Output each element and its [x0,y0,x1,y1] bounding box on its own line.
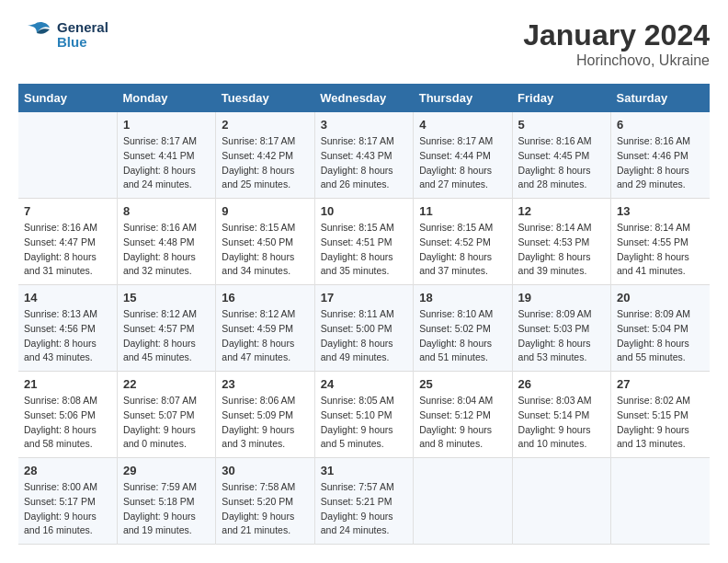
calendar-table: SundayMondayTuesdayWednesdayThursdayFrid… [18,84,710,545]
calendar-cell [512,458,610,545]
day-number: 7 [24,204,111,218]
day-info: Sunrise: 8:12 AMSunset: 4:57 PMDaylight:… [123,307,210,365]
weekday-header: Saturday [611,84,710,112]
weekday-header: Monday [117,84,215,112]
day-number: 16 [222,291,308,304]
calendar-cell: 31Sunrise: 7:57 AMSunset: 5:21 PMDayligh… [314,458,413,545]
day-number: 4 [419,118,506,132]
calendar-week-row: 1Sunrise: 8:17 AMSunset: 4:41 PMDaylight… [18,112,710,199]
day-number: 5 [518,118,605,132]
calendar-cell [18,112,117,199]
calendar-cell: 4Sunrise: 8:17 AMSunset: 4:44 PMDaylight… [414,112,512,199]
day-number: 6 [617,118,704,132]
weekday-header: Tuesday [216,84,314,112]
calendar-cell: 9Sunrise: 8:15 AMSunset: 4:50 PMDaylight… [216,199,314,285]
day-info: Sunrise: 8:12 AMSunset: 4:59 PMDaylight:… [222,307,308,365]
day-info: Sunrise: 8:16 AMSunset: 4:45 PMDaylight:… [518,134,605,192]
day-info: Sunrise: 7:58 AMSunset: 5:20 PMDaylight:… [222,480,308,538]
calendar-cell: 13Sunrise: 8:14 AMSunset: 4:55 PMDayligh… [611,199,710,285]
day-number: 18 [419,291,506,304]
calendar-cell: 28Sunrise: 8:00 AMSunset: 5:17 PMDayligh… [18,458,117,545]
calendar-cell: 16Sunrise: 8:12 AMSunset: 4:59 PMDayligh… [216,285,314,372]
calendar-cell: 21Sunrise: 8:08 AMSunset: 5:06 PMDayligh… [18,372,117,458]
calendar-cell: 22Sunrise: 8:07 AMSunset: 5:07 PMDayligh… [117,372,215,458]
day-number: 2 [222,118,308,132]
day-number: 25 [419,377,506,391]
day-number: 22 [123,377,210,391]
day-info: Sunrise: 8:07 AMSunset: 5:07 PMDaylight:… [123,394,210,452]
logo: General Blue [18,18,108,52]
calendar-cell: 20Sunrise: 8:09 AMSunset: 5:04 PMDayligh… [611,285,710,372]
day-info: Sunrise: 8:17 AMSunset: 4:44 PMDaylight:… [419,134,506,192]
weekday-header-row: SundayMondayTuesdayWednesdayThursdayFrid… [18,84,710,112]
calendar-cell: 17Sunrise: 8:11 AMSunset: 5:00 PMDayligh… [314,285,413,372]
calendar-cell: 29Sunrise: 7:59 AMSunset: 5:18 PMDayligh… [117,458,215,545]
day-info: Sunrise: 8:09 AMSunset: 5:03 PMDaylight:… [518,307,605,365]
day-number: 24 [321,377,407,391]
day-info: Sunrise: 8:16 AMSunset: 4:48 PMDaylight:… [123,221,210,279]
day-info: Sunrise: 8:00 AMSunset: 5:17 PMDaylight:… [24,480,111,538]
logo-general-text: General [57,20,108,36]
calendar-cell: 30Sunrise: 7:58 AMSunset: 5:20 PMDayligh… [216,458,314,545]
calendar-cell: 7Sunrise: 8:16 AMSunset: 4:47 PMDaylight… [18,199,117,285]
calendar-cell: 23Sunrise: 8:06 AMSunset: 5:09 PMDayligh… [216,372,314,458]
day-number: 27 [617,377,704,391]
day-info: Sunrise: 8:10 AMSunset: 5:02 PMDaylight:… [419,307,506,365]
calendar-cell [611,458,710,545]
day-info: Sunrise: 8:04 AMSunset: 5:12 PMDaylight:… [419,394,506,452]
day-info: Sunrise: 8:05 AMSunset: 5:10 PMDaylight:… [321,394,407,452]
day-number: 11 [419,204,506,218]
calendar-cell [414,458,512,545]
weekday-header: Wednesday [314,84,413,112]
weekday-header: Sunday [18,84,117,112]
calendar-week-row: 7Sunrise: 8:16 AMSunset: 4:47 PMDaylight… [18,199,710,285]
day-number: 19 [518,291,605,304]
day-info: Sunrise: 8:16 AMSunset: 4:47 PMDaylight:… [24,221,111,279]
calendar-cell: 11Sunrise: 8:15 AMSunset: 4:52 PMDayligh… [414,199,512,285]
day-info: Sunrise: 8:03 AMSunset: 5:14 PMDaylight:… [518,394,605,452]
day-info: Sunrise: 8:14 AMSunset: 4:53 PMDaylight:… [518,221,605,279]
day-number: 8 [123,204,210,218]
day-number: 1 [123,118,210,132]
logo-container: General Blue [18,18,108,52]
calendar-cell: 3Sunrise: 8:17 AMSunset: 4:43 PMDaylight… [314,112,413,199]
calendar-cell: 14Sunrise: 8:13 AMSunset: 4:56 PMDayligh… [18,285,117,372]
day-info: Sunrise: 8:17 AMSunset: 4:42 PMDaylight:… [222,134,308,192]
day-info: Sunrise: 7:57 AMSunset: 5:21 PMDaylight:… [321,480,407,538]
day-number: 31 [321,464,407,477]
calendar-cell: 25Sunrise: 8:04 AMSunset: 5:12 PMDayligh… [414,372,512,458]
day-number: 15 [123,291,210,304]
calendar-cell: 1Sunrise: 8:17 AMSunset: 4:41 PMDaylight… [117,112,215,199]
day-number: 3 [321,118,407,132]
month-title: January 2024 [523,18,710,52]
day-info: Sunrise: 8:16 AMSunset: 4:46 PMDaylight:… [617,134,704,192]
calendar-cell: 10Sunrise: 8:15 AMSunset: 4:51 PMDayligh… [314,199,413,285]
title-block: January 2024 Horinchovo, Ukraine [523,18,710,69]
day-number: 10 [321,204,407,218]
calendar-cell: 8Sunrise: 8:16 AMSunset: 4:48 PMDaylight… [117,199,215,285]
calendar-cell: 27Sunrise: 8:02 AMSunset: 5:15 PMDayligh… [611,372,710,458]
day-number: 9 [222,204,308,218]
logo-blue-text: Blue [57,35,108,51]
logo-bird-icon [18,18,51,52]
day-number: 13 [617,204,704,218]
day-number: 26 [518,377,605,391]
calendar-cell: 5Sunrise: 8:16 AMSunset: 4:45 PMDaylight… [512,112,610,199]
day-info: Sunrise: 7:59 AMSunset: 5:18 PMDaylight:… [123,480,210,538]
weekday-header: Thursday [414,84,512,112]
day-info: Sunrise: 8:17 AMSunset: 4:43 PMDaylight:… [321,134,407,192]
day-number: 28 [24,464,111,477]
day-info: Sunrise: 8:17 AMSunset: 4:41 PMDaylight:… [123,134,210,192]
day-number: 23 [222,377,308,391]
day-info: Sunrise: 8:15 AMSunset: 4:51 PMDaylight:… [321,221,407,279]
day-number: 12 [518,204,605,218]
calendar-cell: 2Sunrise: 8:17 AMSunset: 4:42 PMDaylight… [216,112,314,199]
calendar-week-row: 21Sunrise: 8:08 AMSunset: 5:06 PMDayligh… [18,372,710,458]
location-subtitle: Horinchovo, Ukraine [523,52,710,69]
day-info: Sunrise: 8:15 AMSunset: 4:52 PMDaylight:… [419,221,506,279]
day-number: 17 [321,291,407,304]
day-info: Sunrise: 8:08 AMSunset: 5:06 PMDaylight:… [24,394,111,452]
day-info: Sunrise: 8:13 AMSunset: 4:56 PMDaylight:… [24,307,111,365]
weekday-header: Friday [512,84,610,112]
calendar-cell: 15Sunrise: 8:12 AMSunset: 4:57 PMDayligh… [117,285,215,372]
